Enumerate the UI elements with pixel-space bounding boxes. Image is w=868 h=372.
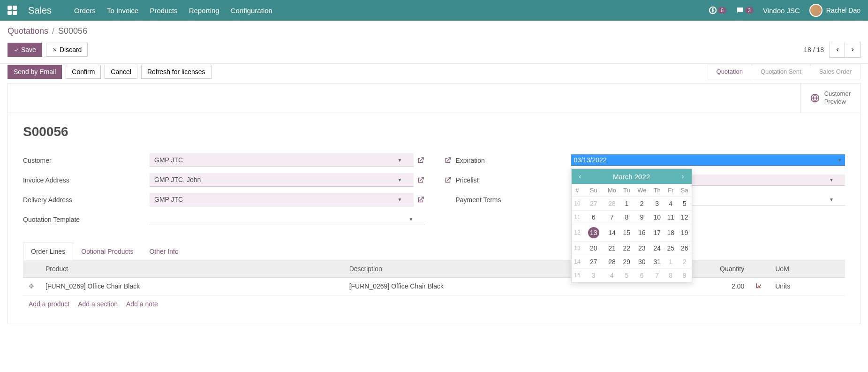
dp-day[interactable]: 3 [650, 197, 664, 211]
expiration-input[interactable] [571, 154, 845, 166]
dp-day[interactable]: 24 [650, 242, 664, 255]
discard-button[interactable]: Discard [46, 43, 88, 57]
dp-dow-cell: Su [583, 184, 604, 197]
tab-optional-products[interactable]: Optional Products [73, 243, 141, 260]
dp-day[interactable]: 22 [620, 242, 634, 255]
dp-day[interactable]: 28 [604, 255, 620, 269]
dp-day[interactable]: 16 [634, 224, 650, 242]
brand[interactable]: Sales [28, 5, 52, 16]
dp-day[interactable]: 2 [634, 197, 650, 211]
dp-day[interactable]: 9 [634, 211, 650, 224]
refresh-button[interactable]: Refresh for licenses [141, 65, 211, 79]
breadcrumb: Quotations / S00056 [8, 26, 860, 36]
menu-products[interactable]: Products [150, 7, 177, 15]
dp-day[interactable]: 18 [664, 224, 678, 242]
status-quotation-sent[interactable]: Quotation Sent [752, 64, 810, 79]
invoice-address-select[interactable]: GMP JTC, John▼ [150, 173, 414, 187]
external-link-icon[interactable] [416, 196, 425, 204]
apps-icon[interactable] [8, 6, 17, 15]
save-button[interactable]: Save [8, 43, 42, 57]
dp-day[interactable]: 3 [583, 269, 604, 282]
add-product-link[interactable]: Add a product [29, 300, 69, 308]
confirm-button[interactable]: Confirm [66, 65, 101, 79]
dp-day[interactable]: 6 [583, 211, 604, 224]
record-title: S00056 [23, 124, 845, 139]
status-sales-order[interactable]: Sales Order [810, 64, 860, 79]
external-link-icon[interactable] [416, 176, 425, 184]
dp-day[interactable]: 12 [678, 211, 692, 224]
status-quotation[interactable]: Quotation [708, 64, 752, 79]
dp-day[interactable]: 27 [583, 255, 604, 269]
dp-dow-cell: Tu [620, 184, 634, 197]
dp-week-num: 15 [572, 269, 583, 282]
dp-day[interactable]: 30 [634, 255, 650, 269]
dp-day[interactable]: 2 [678, 255, 692, 269]
dp-day[interactable]: 31 [650, 255, 664, 269]
dp-next[interactable]: › [679, 172, 687, 181]
dp-day[interactable]: 4 [604, 269, 620, 282]
customer-select[interactable]: GMP JTC▼ [150, 153, 414, 167]
cell-uom[interactable]: Units [770, 277, 845, 295]
dp-day[interactable]: 19 [678, 224, 692, 242]
dp-day[interactable]: 14 [604, 224, 620, 242]
external-link-icon[interactable] [444, 176, 452, 184]
pager-next[interactable] [845, 42, 860, 57]
forecast-icon[interactable] [750, 277, 770, 295]
dp-day[interactable]: 21 [604, 242, 620, 255]
dp-day[interactable]: 5 [620, 269, 634, 282]
dp-month[interactable]: March 2022 [613, 173, 650, 181]
dp-day[interactable]: 23 [634, 242, 650, 255]
tab-order-lines[interactable]: Order Lines [23, 243, 73, 260]
external-link-icon[interactable] [444, 156, 452, 165]
dp-day[interactable]: 26 [678, 242, 692, 255]
dp-day[interactable]: 10 [650, 211, 664, 224]
activity-icon[interactable]: 6 [709, 6, 726, 15]
dp-day[interactable]: 29 [620, 255, 634, 269]
company-name[interactable]: Vindoo JSC [763, 7, 800, 15]
dp-day[interactable]: 27 [583, 197, 604, 211]
dp-day[interactable]: 13 [583, 224, 604, 242]
tab-other-info[interactable]: Other Info [141, 243, 186, 260]
dp-week-num: 14 [572, 255, 583, 269]
dp-day[interactable]: 17 [650, 224, 664, 242]
drag-handle-icon[interactable]: ✥ [23, 277, 40, 295]
delivery-address-select[interactable]: GMP JTC▼ [150, 193, 414, 206]
menu-reporting[interactable]: Reporting [189, 7, 219, 15]
dp-day[interactable]: 25 [664, 242, 678, 255]
dp-day[interactable]: 7 [650, 269, 664, 282]
quotation-template-select[interactable]: ▼ [150, 214, 425, 225]
label-quotation-template: Quotation Template [23, 216, 150, 223]
menu-orders[interactable]: Orders [74, 7, 96, 15]
cell-product[interactable]: [FURN_0269] Office Chair Black [40, 277, 344, 295]
menu-to-invoice[interactable]: To Invoice [107, 7, 139, 15]
menu-configuration[interactable]: Configuration [231, 7, 272, 15]
label-delivery-address: Delivery Address [23, 196, 150, 204]
dp-day[interactable]: 8 [664, 269, 678, 282]
dp-day[interactable]: 4 [664, 197, 678, 211]
send-email-button[interactable]: Send by Email [8, 65, 62, 79]
dp-day[interactable]: 9 [678, 269, 692, 282]
dp-day[interactable]: 8 [620, 211, 634, 224]
dp-day[interactable]: 11 [664, 211, 678, 224]
dp-prev[interactable]: ‹ [576, 172, 584, 181]
pager-text: 18 / 18 [804, 46, 824, 53]
dp-day[interactable]: 28 [604, 197, 620, 211]
messages-icon[interactable]: 3 [736, 6, 754, 15]
dp-day[interactable]: 1 [664, 255, 678, 269]
dp-day[interactable]: 7 [604, 211, 620, 224]
dp-day[interactable]: 5 [678, 197, 692, 211]
dp-day[interactable]: 20 [583, 242, 604, 255]
add-note-link[interactable]: Add a note [126, 300, 158, 308]
cancel-button[interactable]: Cancel [105, 65, 137, 79]
dp-day[interactable]: 6 [634, 269, 650, 282]
dp-dow-cell: Sa [678, 184, 692, 197]
pager-prev[interactable] [830, 42, 845, 57]
external-link-icon[interactable] [416, 156, 425, 165]
add-section-link[interactable]: Add a section [78, 300, 118, 308]
dp-day[interactable]: 15 [620, 224, 634, 242]
breadcrumb-root[interactable]: Quotations [8, 26, 48, 36]
user-menu[interactable]: Rachel Dao [809, 4, 860, 17]
customer-preview-button[interactable]: Customer Preview [800, 84, 860, 113]
dp-day[interactable]: 1 [620, 197, 634, 211]
table-row[interactable]: ✥ [FURN_0269] Office Chair Black [FURN_0… [23, 277, 845, 295]
